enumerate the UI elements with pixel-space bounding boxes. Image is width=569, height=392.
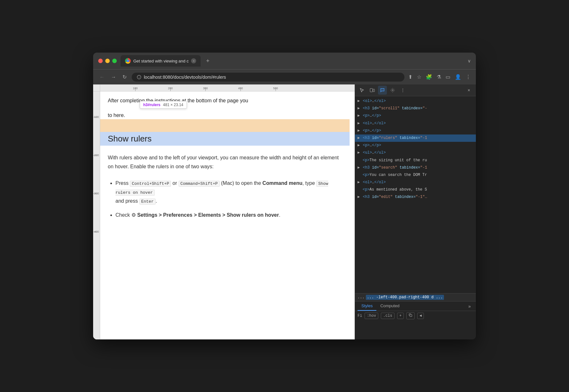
hover-state-button[interactable]: :hov [365,313,378,319]
cls-button[interactable]: .cls [381,313,395,319]
profile-icon[interactable]: 👤 [455,74,461,80]
list-item-1-pre: Press [115,180,130,186]
traffic-lights [98,59,117,63]
ruler-left-marks: 100 200 300 400 [93,91,100,339]
styles-toolbar: Fi :hov .cls + ◄ [355,311,476,321]
dom-line-p-mentioned[interactable]: <p>As mentioned above, the S [355,186,476,193]
url-text[interactable]: localhost:8080/docs/devtools/dom/#rulers [144,75,226,80]
browser-content: 100 200 300 400 500 [93,84,476,339]
svg-rect-5 [410,315,412,317]
browser-window: Get started with viewing and c × + ∨ ← →… [93,53,476,339]
copy-style-button[interactable] [406,312,415,319]
devtools-breadcrumb: ... ... -left-400.pad-right-400 d ... [355,293,476,301]
split-icon[interactable]: ▭ [446,74,450,80]
kbd-cmd-shift-p: Command+Shift+P [179,181,220,187]
devtools-styles: Styles Computed » Fi :hov .cls + ◄ [355,301,476,339]
ruler-left: 100 200 300 400 [93,91,100,339]
maximize-button[interactable] [112,59,117,63]
element-tooltip: h3#rulers 481 × 23.14 [140,101,187,109]
page-paragraph: With rulers above and to the left of you… [108,153,342,171]
computed-tab[interactable]: Computed [376,301,403,311]
minimize-button[interactable] [105,59,110,63]
close-button[interactable] [98,59,103,63]
dom-line-ul[interactable]: ▶ <ul>…</ul> [355,149,476,156]
dom-line-p-sizing[interactable]: <p>The sizing unit of the ru [355,157,476,164]
lab-icon[interactable]: ⚗ [437,74,441,80]
close-devtools-button[interactable]: × [464,86,473,95]
devtools-dom[interactable]: ▶ <ol>…</ol> ▶ <h3 id="scroll1" tabindex… [355,96,476,293]
dom-line-p1[interactable]: ▶ <p>…</p> [355,112,476,120]
page-list: Press Control+Shift+P or Command+Shift+P… [115,179,342,220]
dom-line-p2[interactable]: ▶ <p>…</p> [355,127,476,134]
list-item-2: Check ⚙ Settings > Preferences > Element… [115,211,342,220]
tooltip-area: After completing the instructions at the… [108,97,342,119]
filter-label: Fi [358,314,362,318]
kbd-enter: Enter [139,199,156,205]
back-button[interactable]: ← [98,73,106,81]
tab-title: Get started with viewing and c [133,59,188,63]
list-item-1-dot: . [156,198,157,204]
element-size: 481 × 23.14 [163,103,183,107]
comment-icon [380,88,385,93]
ruler-top-marks: 100 200 300 400 500 [100,84,355,91]
tab-menu-button[interactable]: ∨ [468,58,471,63]
ruler-top: 100 200 300 400 500 [93,84,355,91]
settings-button[interactable] [388,86,397,95]
ruler-tick-200 [170,87,171,91]
breadcrumb-ellipsis: ... [358,295,365,300]
device-toolbar-button[interactable] [368,86,377,95]
new-tab-button[interactable]: + [203,56,212,65]
ruler-tick-300 [205,87,206,91]
styles-tab[interactable]: Styles [358,301,376,311]
dom-line-ol3[interactable]: ▶ <ol>…</ol> [355,179,476,186]
element-tag: h3#rulers [143,103,160,107]
orange-highlight [100,119,350,132]
gear-icon: ⚙ [131,212,136,218]
dom-line-p-search[interactable]: <p>You can search the DOM Tr [355,171,476,179]
dom-line-ol1[interactable]: ▶ <ol>…</ol> [355,98,476,105]
page-body[interactable]: After completing the instructions at the… [100,91,355,339]
inspect-element-button[interactable] [358,86,366,95]
breadcrumb-selected[interactable]: ... -left-400.pad-right-400 d ... [366,295,444,300]
dom-line-h3-search[interactable]: ▶ <h3 id="search" tabindex="-1 [355,164,476,171]
list-item-2-dot: . [279,212,280,218]
svg-rect-2 [370,89,373,92]
share-icon[interactable]: ⬆ [408,74,412,80]
list-item-1-and: and press [115,198,139,204]
address-bar: ← → ↻ i localhost:8080/docs/devtools/dom… [93,69,476,84]
elements-panel-button[interactable] [378,86,387,95]
forward-button[interactable]: → [110,73,117,81]
add-style-button[interactable]: + [397,313,404,319]
dom-line-h3-rulers[interactable]: ▶ <h3 id="rulers" tabindex="-1 [355,134,476,142]
ruler-tick-500 [276,87,276,91]
styles-more-button[interactable]: » [466,302,473,310]
list-item-2-bold: Settings > Preferences > Elements > Show… [136,212,279,218]
sidebar-button[interactable]: ◄ [417,313,424,319]
extensions-icon[interactable]: 🧩 [426,74,432,80]
menu-icon[interactable]: ⋮ [466,74,471,80]
ruler-tick-400 [240,87,241,91]
copy-icon [409,313,412,317]
kbd-ctrl-shift-p: Control+Shift+P [130,181,171,187]
tab-close-btn[interactable]: × [191,58,196,63]
more-options-button[interactable]: ⋮ [398,86,407,95]
active-tab[interactable]: Get started with viewing and c × [121,55,201,67]
dom-line-h3-edit[interactable]: ▶ <h3 id="edit" tabindex="-1"… [355,193,476,201]
info-icon: i [137,75,141,79]
dom-line-p3[interactable]: ▶ <p>…</p> [355,142,476,149]
page-with-ruler: 100 200 300 400 After completing the [93,91,355,339]
list-item-1-mid: (Mac) to open the [220,180,262,186]
svg-text:i: i [139,76,139,78]
devtools-panel: ⋮ × ▶ <ol>…</ol> ▶ <h3 id="scroll1" tabi… [355,84,476,339]
dom-line-h3-scroll1[interactable]: ▶ <h3 id="scroll1" tabindex="- [355,105,476,112]
svg-rect-3 [373,89,375,92]
dom-line-ol2[interactable]: ▶ <ol>…</ol> [355,120,476,127]
refresh-button[interactable]: ↻ [121,73,128,81]
list-item-1-or: or [171,180,178,186]
ruler-tick-100 [135,87,136,91]
address-input-container[interactable]: i localhost:8080/docs/devtools/dom/#rule… [132,73,404,82]
title-bar: Get started with viewing and c × + ∨ [93,53,476,69]
toolbar-icons: ⬆ ☆ 🧩 ⚗ ▭ 👤 ⋮ [408,74,471,80]
show-rulers-heading: Show rulers [100,132,350,146]
bookmark-icon[interactable]: ☆ [417,74,421,80]
